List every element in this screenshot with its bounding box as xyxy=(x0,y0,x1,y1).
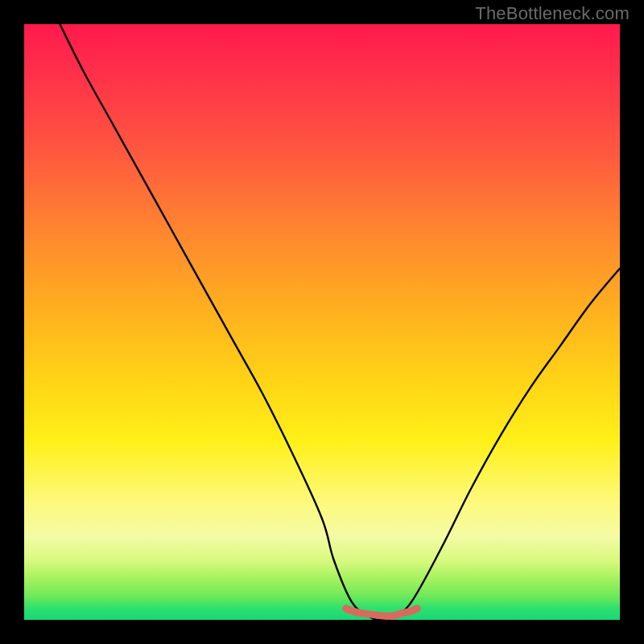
bottleneck-curve xyxy=(60,24,620,620)
curve-layer xyxy=(24,24,620,620)
chart-frame: TheBottleneck.com xyxy=(0,0,644,644)
valley-highlight xyxy=(346,609,418,616)
plot-area xyxy=(24,24,620,620)
watermark-text: TheBottleneck.com xyxy=(475,3,630,24)
